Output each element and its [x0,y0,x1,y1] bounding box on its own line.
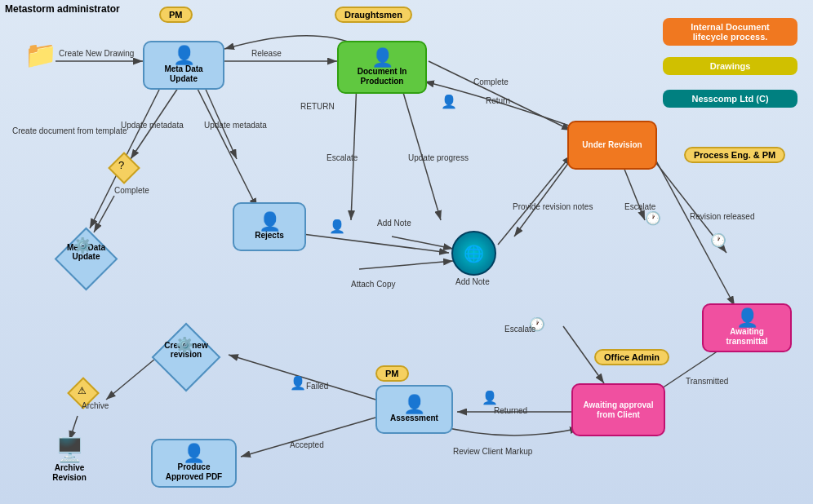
svg-line-10 [392,237,453,249]
label-revision-released: Revision released [690,212,755,221]
node-awaiting-transmittal[interactable]: 👤 Awaiting transmittal [702,303,792,352]
node-assessment[interactable]: 👤 Assessment [375,385,453,434]
page-title: Metastorm administrator [5,3,120,15]
legend-nesscomp: Nesscomp Ltd (C) [663,90,797,108]
label-release: Release [251,49,282,58]
diamond-meta-data-update: Meta Data Update ⚙️ [56,228,117,290]
legend-drawings: Drawings [663,57,797,75]
node-under-revision[interactable]: Under Revision [567,121,657,170]
label-escalate1: Escalate [327,153,358,162]
person-icon-update: 👤 [441,94,457,109]
label-accepted: Accepted [290,440,324,449]
label-transmitted: Transmitted [686,377,728,386]
label-update-progress: Update progress [408,153,469,162]
label-update-metadata1: Update metadata [121,121,184,130]
label-add-note-arrow: Add Note [377,219,411,228]
label-attach-copy: Attach Copy [351,280,395,289]
svg-line-16 [653,155,735,306]
node-archive-revision[interactable]: 🖥️ Archive Revision [37,436,102,483]
label-return: Return [486,96,510,105]
label-create-new-drawing: Create New Drawing [59,49,134,58]
swim-label-draughtsmen: Draughtsmen [335,7,412,23]
person-icon-failed: 👤 [290,375,306,391]
node-awaiting-approval[interactable]: Awaiting approval from Client [571,383,665,436]
label-create-doc-template: Create document from template [12,126,78,135]
label-complete-bottom: Complete [114,186,149,195]
label-add-note: Add Note [455,277,490,286]
label-provide-revision: Provide revision notes [513,202,570,211]
label-failed: Failed [306,382,328,391]
swim-label-pm-top: PM [159,7,193,23]
node-rejects[interactable]: 👤 Rejects [233,202,306,251]
swim-label-pm-bottom: PM [375,365,409,382]
svg-line-6 [94,196,114,232]
swim-label-process-eng: Process Eng. & PM [684,147,785,163]
person-icon-returned: 👤 [482,390,498,405]
svg-line-12 [498,155,571,245]
label-complete-top: Complete [473,77,509,86]
file-icon-node: 📁 [24,39,57,70]
person-icon-escalate: 👤 [329,219,345,234]
svg-line-13 [514,159,571,237]
node-meta-data-update-top[interactable]: 👤 Meta Data Update [143,41,224,90]
svg-line-11 [359,261,453,269]
label-return-caps: RETURN [300,102,335,111]
label-review-client: Review Client Markup [453,447,514,456]
label-returned: Returned [494,406,527,415]
label-update-metadata2: Update metadata [204,121,267,130]
svg-line-22 [106,359,155,400]
node-produce-approved-pdf[interactable]: 👤 Produce Approved PDF [151,439,237,488]
complete-diamond: ? [113,157,136,179]
diamond-create-revision: Create new revision ⚙️ [153,325,219,390]
clock-icon-revision: 🕐 [710,232,726,248]
node-document-production[interactable]: 👤 Document In Production [337,41,427,94]
svg-line-25 [290,232,449,253]
svg-line-8 [351,82,357,220]
label-archive: Archive [82,401,109,410]
svg-line-9 [400,82,441,220]
node-add-note[interactable]: 🌐 [451,231,496,276]
svg-line-24 [196,86,257,208]
clock-icon-escalate: 🕐 [645,210,661,226]
swim-label-office-admin: Office Admin [594,349,669,365]
label-escalate3: Escalate [504,325,535,334]
legend-internal: Internal Document lifecycle process. [663,18,797,46]
svg-line-20 [241,416,381,457]
